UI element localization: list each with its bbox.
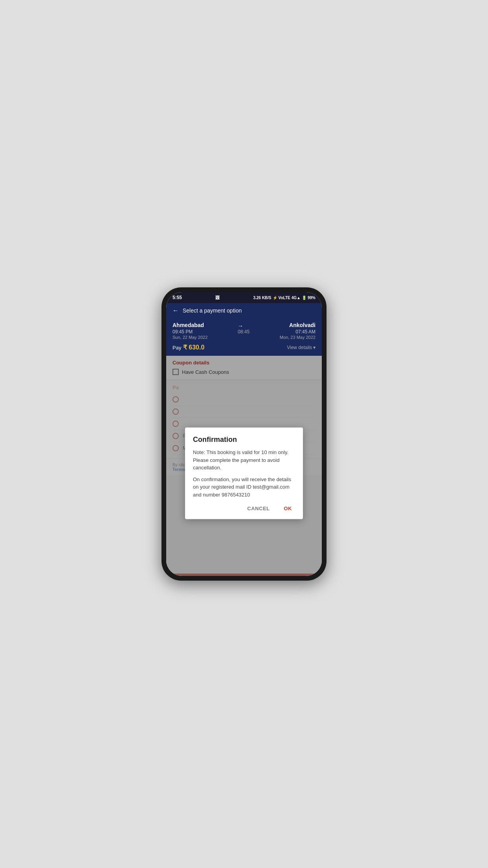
cancel-button[interactable]: CANCEL xyxy=(244,504,273,513)
dialog-message-2: On confirmation, you will receive the de… xyxy=(193,475,295,498)
volte-icon: VoLTE xyxy=(279,296,290,300)
pay-label: Pay xyxy=(172,345,181,351)
battery-icon: 🔋 xyxy=(302,296,306,300)
ok-button[interactable]: OK xyxy=(281,504,295,513)
confirmation-dialog: Confirmation Note: This booking is valid… xyxy=(185,428,303,519)
phone-screen: 5:55 🖼 3.26 KB/S ⚡ VoLTE 4G▲ 🔋 99% ← Sel… xyxy=(166,292,322,576)
phone-device: 5:55 🖼 3.26 KB/S ⚡ VoLTE 4G▲ 🔋 99% ← Sel… xyxy=(161,287,327,581)
journey-cities-row: Ahmedabad 09:45 PM Sun, 22 May 2022 → 08… xyxy=(172,322,316,340)
journey-info: Ahmedabad 09:45 PM Sun, 22 May 2022 → 08… xyxy=(166,318,322,356)
dialog-message-1: Note: This booking is valid for 10 min o… xyxy=(193,449,295,472)
arrive-time: 07:45 AM xyxy=(280,329,316,335)
depart-date: Sun, 22 May 2022 xyxy=(172,335,207,340)
nav-bar: ← Select a payment option xyxy=(166,303,322,318)
to-city: Ankolvadi xyxy=(280,322,316,328)
journey-duration-col: → 08:45 xyxy=(238,322,250,335)
page-title: Select a payment option xyxy=(183,307,242,314)
status-icon-image: 🖼 xyxy=(215,295,220,300)
depart-time: 09:45 PM xyxy=(172,329,207,335)
dialog-title: Confirmation xyxy=(193,436,295,444)
journey-duration: 08:45 xyxy=(238,329,250,335)
status-right: 3.26 KB/S ⚡ VoLTE 4G▲ 🔋 99% xyxy=(253,296,316,300)
pay-amount: ₹ 630.0 xyxy=(183,344,204,351)
view-details-label: View details xyxy=(287,345,312,350)
journey-arrow: → xyxy=(238,322,250,329)
from-city: Ahmedabad xyxy=(172,322,207,328)
status-time: 5:55 xyxy=(172,295,182,300)
signal-icon: 4G▲ xyxy=(292,296,301,300)
pay-row: Pay ₹ 630.0 View details ▾ xyxy=(172,344,316,351)
view-details-btn[interactable]: View details ▾ xyxy=(287,345,316,350)
bluetooth-icon: ⚡ xyxy=(273,296,277,300)
status-bar: 5:55 🖼 3.26 KB/S ⚡ VoLTE 4G▲ 🔋 99% xyxy=(166,292,322,303)
journey-to: Ankolvadi 07:45 AM Mon, 23 May 2022 xyxy=(280,322,316,340)
screen-body: Coupon details Have Cash Coupons Pa xyxy=(166,356,322,576)
pay-info: Pay ₹ 630.0 xyxy=(172,344,204,351)
status-network: 3.26 KB/S xyxy=(253,296,271,300)
arrive-date: Mon, 23 May 2022 xyxy=(280,335,316,340)
chevron-down-icon: ▾ xyxy=(313,345,316,350)
battery-level: 99% xyxy=(308,296,316,300)
journey-from: Ahmedabad 09:45 PM Sun, 22 May 2022 xyxy=(172,322,207,340)
dialog-actions: CANCEL OK xyxy=(193,504,295,513)
back-button[interactable]: ← xyxy=(172,307,179,314)
